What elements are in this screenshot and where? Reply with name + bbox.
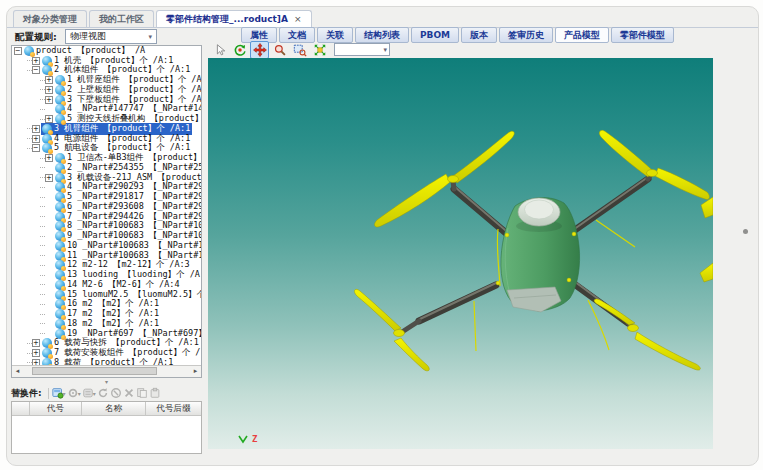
display-mode-icon[interactable]: ▾ (52, 386, 66, 400)
config-rule-label: 配置规则: (15, 31, 57, 44)
settings-icon: ▾ (82, 386, 96, 400)
tree-connector (40, 197, 45, 198)
expand-icon[interactable]: + (32, 339, 40, 347)
column-header[interactable]: 名称 (82, 402, 146, 415)
tab-my-workspace[interactable]: 我的工作区 (89, 10, 154, 27)
pan-icon[interactable] (250, 41, 269, 59)
tab-label: 对象分类管理 (23, 13, 77, 26)
part-icon (55, 329, 65, 339)
chevron-down-icon: ▾ (383, 46, 387, 54)
column-header[interactable]: 代号后缀 (146, 402, 201, 415)
part-icon (55, 241, 65, 251)
expand-icon[interactable]: + (45, 174, 53, 182)
expand-icon[interactable]: + (32, 125, 40, 133)
select-cursor-icon[interactable] (210, 41, 229, 59)
part-icon (55, 95, 65, 105)
part-icon (42, 65, 52, 75)
part-icon (55, 173, 65, 183)
part-icon (55, 212, 65, 222)
axis-z-label: Z (252, 434, 257, 444)
horizontal-splitter[interactable]: ▾ (11, 378, 202, 385)
tab-label: 零部件结构管理_...roduct]A (166, 13, 288, 26)
viewport-3d[interactable]: Z (208, 58, 713, 449)
collapse-icon[interactable]: − (32, 66, 40, 74)
close-icon[interactable]: × (294, 14, 302, 24)
collapse-icon[interactable]: − (14, 47, 22, 55)
replacement-parts-panel: 替换件: ▾▾▾ 代号名称代号后缀 (11, 385, 202, 455)
part-icon (42, 134, 52, 144)
view-preset-select[interactable]: ▾ (334, 43, 390, 56)
tree-connector (40, 245, 45, 246)
expand-icon[interactable]: + (32, 57, 40, 65)
tree-connector (40, 333, 45, 334)
tree-connector (40, 226, 45, 227)
part-icon (42, 338, 52, 348)
replacement-toolbar: 替换件: ▾▾▾ (11, 385, 202, 401)
refresh-icon (97, 386, 109, 400)
part-icon (55, 251, 65, 261)
part-icon (55, 309, 65, 319)
part-icon (55, 192, 65, 202)
part-icon (55, 319, 65, 329)
collapse-icon[interactable]: − (32, 144, 40, 152)
tree-connector (40, 216, 45, 217)
viewport-toolbar: ▾ (206, 41, 715, 58)
part-icon (55, 280, 65, 290)
fit-all-icon[interactable] (310, 41, 329, 59)
tab-part-structure-management[interactable]: 零部件结构管理_...roduct]A× (156, 10, 312, 27)
tab-label: 我的工作区 (99, 13, 144, 26)
chevron-down-icon: ▾ (93, 390, 96, 397)
rotate-icon[interactable] (230, 41, 249, 59)
part-icon (55, 202, 65, 212)
part-icon (55, 104, 65, 114)
tree-connector (40, 275, 45, 276)
part-icon (55, 231, 65, 241)
expand-icon[interactable]: + (45, 154, 53, 162)
tree-connector (40, 265, 45, 266)
drone-3d-model (208, 58, 713, 449)
config-rule-select[interactable]: 物理视图 ▾ (65, 29, 157, 44)
tree-connector (40, 284, 45, 285)
scroll-left-icon[interactable]: ◂ (12, 366, 23, 376)
structure-tree: −product 【product】 /A+1 机壳 【product】个 /A… (12, 46, 201, 366)
tree-horizontal-scrollbar[interactable]: ◂ ▸ (12, 365, 201, 377)
tree-connector (40, 294, 45, 295)
part-icon (55, 75, 65, 85)
part-icon (55, 221, 65, 231)
replacement-label: 替换件: (11, 387, 42, 400)
expand-icon[interactable]: + (32, 135, 40, 143)
part-icon (55, 153, 65, 163)
tree-connector (40, 255, 45, 256)
delete-icon (123, 386, 135, 400)
expand-icon[interactable]: + (45, 86, 53, 94)
chevron-down-icon: ▾ (78, 390, 81, 397)
toolbar-separator (48, 388, 49, 399)
row-selector-header (12, 402, 30, 415)
tree-connector (40, 206, 45, 207)
expand-icon[interactable]: + (45, 76, 53, 84)
part-icon (55, 299, 65, 309)
structure-tree-panel: −product 【product】 /A+1 机壳 【product】个 /A… (11, 45, 202, 378)
part-icon (55, 114, 65, 124)
splitter-grip-icon[interactable]: ▾ (105, 379, 108, 384)
expand-icon[interactable]: + (32, 349, 40, 357)
part-icon (42, 348, 52, 358)
panel-splitter-handle[interactable] (743, 229, 748, 234)
tab-object-classification[interactable]: 对象分类管理 (13, 10, 87, 27)
app-window: 对象分类管理我的工作区零部件结构管理_...roduct]A× 配置规则: 物理… (6, 6, 759, 466)
expand-icon[interactable]: + (45, 96, 53, 104)
tree-connector (40, 109, 45, 110)
remove-circle-icon (110, 386, 122, 400)
zoom-icon[interactable] (270, 41, 289, 59)
scroll-right-icon[interactable]: ▸ (190, 366, 201, 376)
tree-connector (40, 236, 45, 237)
paste-icon (149, 386, 161, 400)
chevron-down-icon: ▾ (63, 390, 66, 397)
column-header[interactable]: 代号 (30, 402, 82, 415)
axis-arrow-icon (238, 434, 250, 444)
part-icon (24, 46, 34, 56)
replacement-table: 代号名称代号后缀 (11, 401, 202, 454)
zoom-window-icon[interactable] (290, 41, 309, 59)
scrollbar-thumb[interactable] (32, 367, 157, 375)
tree-connector (40, 167, 45, 168)
